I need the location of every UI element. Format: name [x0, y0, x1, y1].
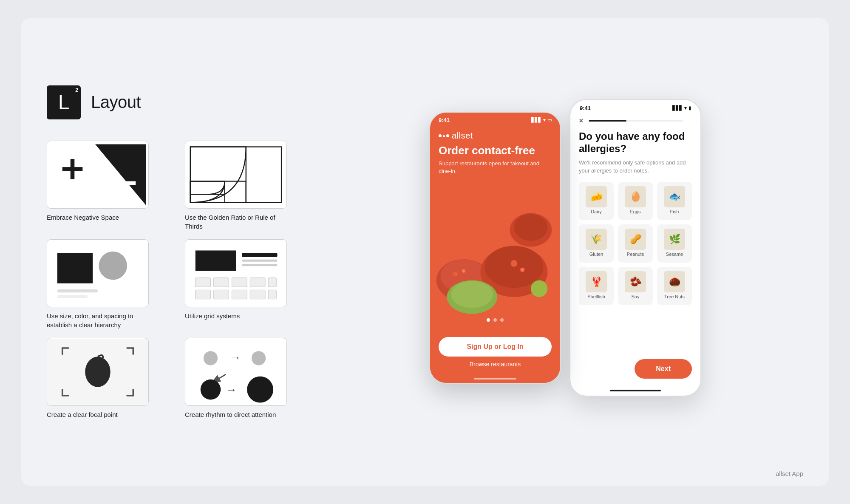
svg-rect-29	[232, 290, 247, 299]
svg-text:→: →	[230, 351, 241, 364]
layout-title: Layout	[91, 93, 141, 112]
focal-label: Create a clear focal point	[47, 410, 149, 419]
card-focal: Create a clear focal point	[47, 338, 172, 419]
grid-box	[185, 239, 287, 307]
golden-ratio-label: Use the Golden Ratio or Rule of Thirds	[185, 213, 287, 231]
svg-rect-5	[108, 181, 136, 185]
svg-point-53	[453, 271, 458, 276]
card-rhythm: → → Creat	[185, 338, 310, 419]
dairy-label: Dairy	[591, 209, 602, 214]
battery-icon2: ▮	[688, 105, 691, 111]
wifi-icon: ▾	[543, 117, 546, 123]
svg-point-56	[520, 267, 524, 272]
progress-bar-container	[589, 120, 683, 122]
svg-point-39	[201, 379, 221, 399]
fish-label: Fish	[670, 209, 679, 214]
allergy-dairy[interactable]: 🧀 Dairy	[579, 182, 614, 220]
signal-icon: ▋▋▋	[531, 117, 541, 123]
home-bar-indicator	[474, 378, 516, 379]
phone1-hero: Order contact-free Support restaurants o…	[430, 144, 560, 180]
peanuts-icon: 🥜	[625, 229, 646, 250]
phone1-headline: Order contact-free	[439, 144, 552, 157]
negative-space-label: Embrace Negative Space	[47, 213, 149, 222]
svg-rect-4	[71, 159, 75, 179]
soy-label: Soy	[632, 294, 640, 299]
shellfish-icon: 🦞	[586, 271, 607, 292]
phone2-time: 9:41	[580, 105, 591, 111]
svg-rect-31	[268, 290, 276, 299]
allergy-shellfish[interactable]: 🦞 Shellfish	[579, 267, 614, 305]
food-image-area	[430, 180, 560, 330]
bottom-credit: allset App	[776, 470, 803, 477]
signal-icon2: ▋▋▋	[672, 105, 683, 111]
phone1-header: allset	[430, 125, 560, 144]
phone1-status-icons: ▋▋▋ ▾ ▭	[531, 117, 552, 123]
next-button[interactable]: Next	[635, 359, 692, 379]
allergies-headline: Do you have any food allergies?	[579, 130, 692, 155]
gluten-label: Gluten	[589, 252, 603, 257]
phone1: 9:41 ▋▋▋ ▾ ▭ allset Order	[429, 112, 561, 384]
battery-icon: ▭	[547, 117, 552, 123]
hierarchy-label: Use size, color, and spacing to establis…	[47, 311, 149, 329]
allergy-eggs[interactable]: 🥚 Eggs	[618, 182, 653, 220]
grid-label: Utilize grid systems	[185, 311, 287, 320]
fish-icon: 🐟	[664, 186, 685, 207]
svg-rect-23	[214, 277, 229, 286]
shellfish-label: Shellfish	[587, 294, 605, 299]
negative-space-box	[47, 141, 149, 209]
phone1-time: 9:41	[439, 117, 450, 123]
grid-icon	[185, 240, 286, 307]
focal-box	[47, 338, 149, 406]
sesame-icon: 🌿	[664, 229, 685, 250]
rhythm-box: → →	[185, 338, 287, 406]
rhythm-label: Create rhythm to direct attention	[185, 410, 287, 419]
soy-icon: 🫘	[625, 271, 646, 292]
card-golden-ratio: Use the Golden Ratio or Rule of Thirds	[185, 141, 310, 231]
svg-rect-15	[57, 289, 98, 292]
hierarchy-icon	[47, 240, 148, 307]
home-bar-indicator2	[610, 390, 661, 391]
allergy-sesame[interactable]: 🌿 Sesame	[657, 224, 692, 263]
svg-rect-21	[242, 264, 277, 266]
allergy-tree-nuts[interactable]: 🌰 Tree Nuts	[657, 267, 692, 305]
sesame-label: Sesame	[666, 252, 683, 257]
allergy-soy[interactable]: 🫘 Soy	[618, 267, 653, 305]
signup-button[interactable]: Sign Up or Log In	[439, 337, 552, 357]
close-button[interactable]: ×	[579, 116, 584, 125]
svg-rect-30	[250, 290, 265, 299]
logo-dots	[439, 134, 449, 137]
golden-ratio-icon	[185, 141, 286, 208]
phone1-status-bar: 9:41 ▋▋▋ ▾ ▭	[430, 113, 560, 125]
dot-1	[487, 318, 490, 322]
cards-grid: Embrace Negative Space	[47, 141, 310, 419]
layout-header: 2 L Layout	[47, 85, 310, 119]
browse-link[interactable]: Browse restaurants	[470, 361, 521, 368]
phones-container: 9:41 ▋▋▋ ▾ ▭ allset Order	[327, 112, 803, 396]
food-illustration	[430, 180, 560, 330]
svg-rect-6	[185, 142, 286, 207]
phone1-home-bar	[430, 374, 560, 383]
phone2: 9:41 ▋▋▋ ▾ ▮ × Do you have any food alle…	[570, 99, 701, 396]
badge-number: 2	[75, 87, 78, 93]
svg-rect-16	[57, 295, 88, 298]
gluten-icon: 🌾	[586, 229, 607, 250]
svg-point-14	[99, 251, 127, 280]
phone2-home-bar	[570, 385, 700, 396]
allergy-peanuts[interactable]: 🥜 Peanuts	[618, 224, 653, 263]
icon-letter: L	[58, 91, 70, 114]
page-container: 2 L Layout	[21, 18, 829, 486]
svg-rect-22	[196, 277, 211, 286]
allergy-fish[interactable]: 🐟 Fish	[657, 182, 692, 220]
phone2-status-bar: 9:41 ▋▋▋ ▾ ▮	[570, 100, 700, 113]
logo-dot-2	[443, 135, 445, 137]
svg-point-33	[85, 357, 110, 387]
allergy-gluten[interactable]: 🌾 Gluten	[579, 224, 614, 263]
dairy-icon: 🧀	[586, 186, 607, 207]
peanuts-label: Peanuts	[627, 252, 644, 257]
eggs-label: Eggs	[630, 209, 640, 214]
svg-point-49	[514, 214, 547, 241]
negative-space-icon	[47, 141, 148, 208]
allergies-subtext: We'll recommend only safe options and ad…	[579, 159, 692, 175]
svg-rect-28	[214, 290, 229, 299]
svg-rect-20	[242, 259, 277, 261]
